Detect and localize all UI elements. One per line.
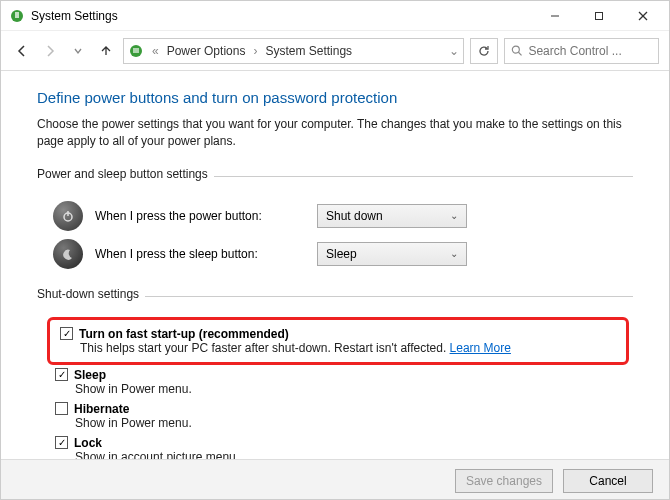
svg-rect-1 (15, 12, 19, 18)
refresh-button[interactable] (470, 38, 498, 64)
chevron-down-icon: ⌄ (450, 210, 458, 221)
app-icon (9, 8, 25, 24)
cancel-button[interactable]: Cancel (563, 469, 653, 493)
lock-sub: Show in account picture menu. (55, 450, 633, 459)
content-area: Define power buttons and turn on passwor… (1, 71, 669, 459)
sleep-button-value: Sleep (326, 247, 357, 261)
titlebar: System Settings (1, 1, 669, 31)
fast-startup-title: Turn on fast start-up (recommended) (79, 327, 289, 341)
shutdown-settings-list: ✓ Turn on fast start-up (recommended) Th… (37, 317, 633, 459)
footer: Save changes Cancel (1, 459, 669, 500)
breadcrumb-power-options[interactable]: Power Options (167, 44, 246, 58)
sleep-icon (53, 239, 83, 269)
chevron-right-icon: › (251, 44, 259, 58)
divider (145, 296, 633, 297)
section-shutdown: Shut-down settings (37, 287, 633, 307)
sleep-button-label: When I press the sleep button: (95, 247, 305, 261)
close-button[interactable] (621, 2, 665, 30)
power-button-dropdown[interactable]: Shut down ⌄ (317, 204, 467, 228)
svg-point-8 (512, 46, 519, 53)
minimize-button[interactable] (533, 2, 577, 30)
section-shutdown-label: Shut-down settings (37, 287, 139, 301)
search-input[interactable] (528, 44, 652, 58)
breadcrumb-sep-icon: « (150, 44, 161, 58)
hibernate-title: Hibernate (74, 402, 129, 416)
section-power-sleep: Power and sleep button settings (37, 167, 633, 187)
svg-rect-7 (133, 48, 139, 53)
sleep-item: ✓ Sleep Show in Power menu. (37, 365, 633, 399)
navbar: « Power Options › System Settings ⌄ (1, 31, 669, 71)
sleep-checkbox[interactable]: ✓ (55, 368, 68, 381)
control-panel-icon (128, 43, 144, 59)
lock-title: Lock (74, 436, 102, 450)
back-button[interactable] (11, 40, 33, 62)
fast-startup-checkbox[interactable]: ✓ (60, 327, 73, 340)
up-button[interactable] (95, 40, 117, 62)
svg-line-9 (518, 52, 521, 55)
breadcrumb-system-settings[interactable]: System Settings (265, 44, 352, 58)
power-button-label: When I press the power button: (95, 209, 305, 223)
hibernate-checkbox[interactable] (55, 402, 68, 415)
fast-startup-highlight: ✓ Turn on fast start-up (recommended) Th… (47, 317, 629, 365)
sleep-button-dropdown[interactable]: Sleep ⌄ (317, 242, 467, 266)
svg-rect-3 (596, 12, 603, 19)
forward-button[interactable] (39, 40, 61, 62)
power-icon (53, 201, 83, 231)
address-bar[interactable]: « Power Options › System Settings ⌄ (123, 38, 464, 64)
save-changes-button[interactable]: Save changes (455, 469, 553, 493)
sleep-button-row: When I press the sleep button: Sleep ⌄ (37, 235, 633, 273)
divider (214, 176, 633, 177)
fast-startup-subtext: This helps start your PC faster after sh… (80, 341, 450, 355)
lock-item: ✓ Lock Show in account picture menu. (37, 433, 633, 459)
learn-more-link[interactable]: Learn More (450, 341, 511, 355)
maximize-button[interactable] (577, 2, 621, 30)
chevron-down-icon[interactable]: ⌄ (449, 44, 459, 58)
hibernate-item: Hibernate Show in Power menu. (37, 399, 633, 433)
page-description: Choose the power settings that you want … (37, 116, 633, 151)
power-button-row: When I press the power button: Shut down… (37, 197, 633, 235)
lock-checkbox[interactable]: ✓ (55, 436, 68, 449)
fast-startup-sub: This helps start your PC faster after sh… (60, 341, 620, 355)
section-power-sleep-label: Power and sleep button settings (37, 167, 208, 181)
window-title: System Settings (31, 9, 118, 23)
chevron-down-icon: ⌄ (450, 248, 458, 259)
hibernate-sub: Show in Power menu. (55, 416, 633, 430)
fast-startup-item: ✓ Turn on fast start-up (recommended) Th… (56, 324, 620, 358)
recent-dropdown[interactable] (67, 40, 89, 62)
power-button-value: Shut down (326, 209, 383, 223)
search-icon (511, 44, 522, 57)
sleep-sub: Show in Power menu. (55, 382, 633, 396)
search-box[interactable] (504, 38, 659, 64)
page-heading: Define power buttons and turn on passwor… (37, 89, 633, 106)
sleep-title: Sleep (74, 368, 106, 382)
